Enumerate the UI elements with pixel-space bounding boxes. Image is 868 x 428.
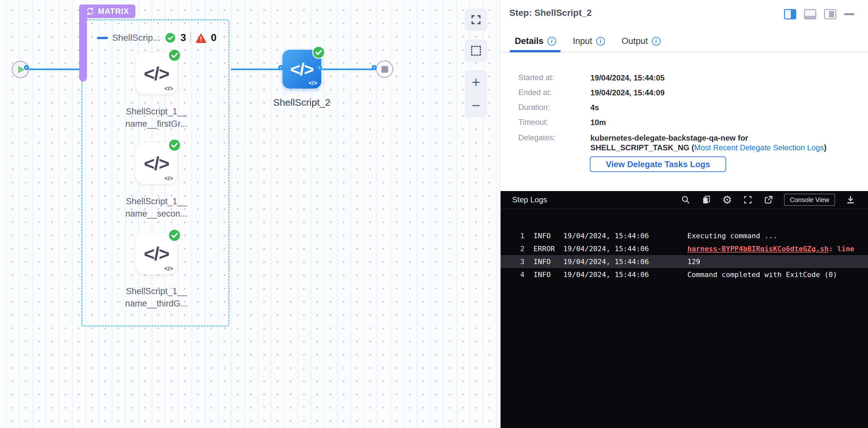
shell-script-mini-icon: </> — [309, 80, 317, 87]
success-check-icon — [168, 228, 181, 242]
search-icon — [681, 195, 690, 205]
success-check-icon — [168, 49, 181, 62]
matrix-node-1[interactable]: </> </> — [136, 53, 177, 94]
console-view-toggle[interactable]: Console View — [784, 194, 835, 206]
matrix-badge-label: MATRIX — [98, 7, 129, 16]
matrix-group-title: ShellScrip... — [112, 33, 160, 43]
node-port — [24, 65, 29, 70]
detail-row-delegates: Delegates: kubernetes-delegate-backstage… — [518, 133, 827, 153]
open-logs-new-tab-button[interactable] — [763, 194, 774, 205]
log-message: Command completed with ExitCode (0) — [687, 271, 868, 279]
canvas-zoom-controls: + − — [465, 70, 487, 117]
step-logs-title: Step Logs — [512, 195, 547, 204]
divider — [190, 32, 191, 43]
zoom-in-button[interactable]: + — [465, 70, 487, 94]
connector-line — [322, 68, 377, 70]
step-logs-actions: ⚙ Console Vi — [681, 194, 856, 206]
delegate-selection-logs-link[interactable]: Most Recent Delegate Selection Logs — [694, 143, 824, 152]
panel-title: Step: ShellScript_2 — [509, 8, 592, 18]
node-port — [317, 65, 322, 70]
play-icon — [18, 66, 25, 73]
success-check-icon — [312, 45, 326, 59]
split-view-icon[interactable] — [784, 9, 796, 20]
matrix-node-3-label: ShellScript_1__ name__thirdG... — [111, 285, 202, 310]
active-tab-indicator — [509, 50, 561, 52]
view-delegate-tasks-logs-button[interactable]: View Delegate Tasks Logs — [590, 156, 726, 172]
download-icon — [846, 195, 856, 205]
detail-row-duration: Duration: 4s — [518, 103, 599, 113]
log-row[interactable]: 1INFO19/04/2024, 15:44:06Executing comma… — [501, 229, 868, 242]
step-logs-header: Step Logs ⚙ — [501, 191, 868, 209]
log-row[interactable]: 3INFO19/04/2024, 15:44:06129 — [501, 255, 868, 268]
step-node-label: ShellScript_2 — [253, 97, 350, 108]
log-error-script-link[interactable]: harness-BYPP4bBIRqisKCo6dteGZg.sh — [687, 245, 829, 253]
pipeline-execution-view: MATRIX ShellScrip... 3 0 </> </> — [0, 0, 868, 428]
marquee-select-icon — [471, 46, 481, 56]
gear-icon: ⚙ — [722, 194, 732, 205]
matrix-node-2-label: ShellScript_1__ name__secon... — [111, 195, 202, 220]
step-logs-panel: Step Logs ⚙ — [501, 191, 868, 428]
bottom-view-icon[interactable] — [804, 9, 816, 20]
log-message: Executing command ... — [687, 232, 868, 240]
detail-row-ended: Ended at: 19/04/2024, 15:44:09 — [518, 88, 665, 98]
matrix-node-3[interactable]: </> </> — [136, 233, 177, 274]
copy-logs-button[interactable] — [701, 194, 712, 205]
panel-layout-controls — [784, 9, 855, 20]
matrix-group-header: ShellScrip... 3 0 — [97, 30, 217, 45]
external-link-icon — [764, 195, 773, 205]
pipeline-canvas[interactable]: MATRIX ShellScrip... 3 0 </> </> — [0, 0, 500, 428]
canvas-fit-view-button[interactable] — [465, 8, 487, 31]
matrix-node-1-label: ShellScript_1__ name__firstGr... — [111, 105, 202, 130]
canvas-select-button[interactable] — [465, 39, 487, 62]
fullscreen-icon — [743, 195, 753, 205]
detail-row-started: Started at: 19/04/2024, 15:44:05 — [518, 73, 665, 83]
shell-script-icon: </> — [144, 63, 169, 84]
shell-script-icon: </> — [290, 59, 313, 79]
stop-icon — [381, 66, 388, 73]
collapse-group-icon[interactable] — [97, 37, 108, 39]
delegates-value: kubernetes-delegate-backstage-qa-new for… — [590, 133, 827, 153]
log-message: 129 — [687, 257, 868, 266]
search-logs-button[interactable] — [681, 194, 691, 205]
info-icon[interactable]: i — [652, 37, 660, 45]
log-row[interactable]: 2ERROR19/04/2024, 15:44:06harness-BYPP4b… — [501, 242, 868, 255]
shell-script-icon: </> — [144, 153, 169, 174]
node-port — [372, 65, 377, 70]
download-logs-button[interactable] — [845, 194, 856, 205]
tab-input[interactable]: Input i — [573, 36, 605, 46]
fullscreen-icon — [470, 14, 482, 26]
connector-line — [28, 68, 81, 70]
shell-script-mini-icon: </> — [164, 175, 173, 182]
zoom-out-button[interactable]: − — [465, 94, 487, 117]
success-check-icon — [164, 32, 176, 43]
copy-icon — [702, 195, 711, 205]
minimize-icon[interactable] — [844, 13, 855, 15]
tab-output[interactable]: Output i — [622, 36, 660, 46]
loop-icon — [86, 7, 95, 16]
log-message: harness-BYPP4bBIRqisKCo6dteGZg.sh: line — [687, 245, 868, 253]
failed-count: 0 — [211, 32, 217, 43]
success-check-icon — [168, 139, 181, 152]
matrix-node-2[interactable]: </> </> — [136, 143, 177, 184]
info-icon[interactable]: i — [548, 37, 556, 45]
tab-details[interactable]: Details i — [515, 36, 556, 46]
info-icon[interactable]: i — [596, 37, 605, 45]
floating-view-icon[interactable] — [824, 9, 836, 20]
shell-script-mini-icon: </> — [164, 265, 173, 272]
log-lines: 1INFO19/04/2024, 15:44:06Executing comma… — [501, 229, 868, 281]
shell-script-icon: </> — [144, 243, 169, 265]
expand-logs-button[interactable] — [743, 194, 753, 205]
node-port — [278, 65, 283, 70]
log-row[interactable]: 4INFO19/04/2024, 15:44:06Command complet… — [501, 268, 868, 281]
log-settings-button[interactable]: ⚙ — [722, 194, 732, 205]
matrix-badge[interactable]: MATRIX — [79, 4, 135, 18]
connector-line — [231, 68, 282, 70]
success-count: 3 — [180, 32, 186, 43]
shell-script-mini-icon: </> — [164, 85, 173, 92]
end-node[interactable] — [376, 60, 393, 78]
step-details-panel: Step: ShellScript_2 Details i Input i Ou… — [501, 0, 868, 191]
warning-triangle-icon — [195, 32, 207, 43]
step-node-shellscript-2[interactable]: </> </> — [282, 50, 321, 89]
panel-tabs: Details i Input i Output i — [515, 36, 660, 46]
detail-row-timeout: Timeout: 10m — [518, 118, 606, 127]
